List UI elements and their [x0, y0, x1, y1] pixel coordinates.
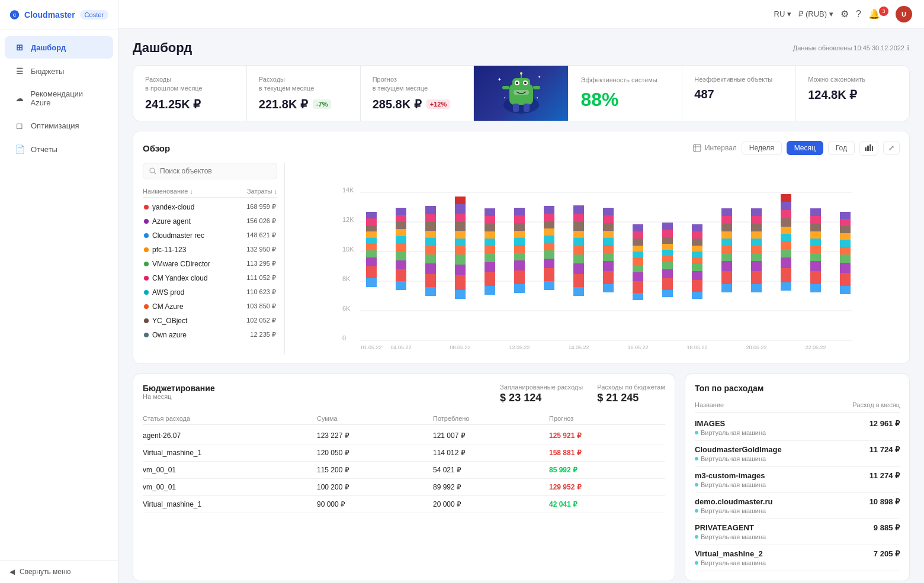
search-box[interactable]: [143, 163, 277, 179]
object-color-dot: [144, 333, 149, 337]
sidebar-item-reports[interactable]: 📄 Отчеты: [5, 138, 113, 160]
svg-rect-139: [633, 272, 643, 281]
budget-amounts: Запланированные расходы $ 23 124 Расходы…: [500, 384, 665, 404]
svg-rect-175: [721, 231, 732, 239]
list-item[interactable]: CM Yandex cloud 111 052 ₽: [143, 271, 277, 285]
col-cost-header: Затраты ↓: [247, 188, 277, 195]
interval-icon: [693, 144, 701, 152]
svg-rect-218: [840, 233, 851, 240]
sub-dot-icon: [695, 509, 698, 513]
svg-rect-159: [692, 280, 702, 292]
svg-rect-179: [751, 284, 762, 292]
list-item: CloudmasterGoldImage 11 724 ₽ Виртуальна…: [695, 441, 900, 467]
svg-rect-129: [603, 261, 614, 271]
year-button[interactable]: Год: [828, 141, 855, 155]
svg-point-11: [520, 72, 522, 75]
currency-selector[interactable]: ₽ (RUB) ▾: [798, 9, 833, 18]
svg-rect-68: [425, 238, 436, 246]
budget-row-sum: 115 200 ₽: [317, 466, 433, 474]
expense-sub: Виртуальная машина: [695, 533, 900, 540]
notifications-button[interactable]: 🔔 3: [868, 8, 888, 20]
sidebar-item-dashboard[interactable]: ⊞ Дашборд: [5, 36, 113, 59]
list-item: Virtual_mashine_2 7 205 ₽ Виртуальная ма…: [695, 545, 900, 571]
svg-rect-92: [485, 224, 495, 231]
expense-sub: Виртуальная машина: [695, 481, 900, 488]
expand-button[interactable]: ⤢: [883, 141, 900, 155]
interval-text: Интервал: [705, 144, 737, 152]
chart-type-button[interactable]: [859, 141, 878, 156]
object-cost: 168 959 ₽: [246, 203, 276, 211]
interval-label: Интервал: [693, 144, 737, 152]
search-input[interactable]: [160, 167, 271, 175]
svg-rect-183: [751, 246, 762, 253]
object-name: AWS prod: [144, 288, 184, 297]
info-icon: ℹ: [907, 44, 910, 52]
svg-rect-205: [810, 246, 821, 253]
sidebar: C Cloudmaster Coster ⊞ Дашборд ☰ Бюджеты…: [0, 0, 118, 583]
week-button[interactable]: Неделя: [742, 141, 782, 155]
last-updated-text: Данные обновлены 10:45 30.12.2022: [793, 44, 904, 51]
avatar[interactable]: U: [896, 6, 912, 22]
list-item[interactable]: VMware CDirector 113 295 ₽: [143, 257, 277, 271]
svg-rect-198: [781, 210, 791, 218]
svg-rect-167: [692, 224, 702, 231]
budget-col-consumed: Потреблено: [433, 415, 549, 422]
expense-cost: 11 724 ₽: [870, 445, 900, 454]
stat-label: Расходыв текущем месяце: [259, 75, 348, 94]
svg-rect-152: [662, 256, 673, 262]
svg-rect-100: [514, 238, 525, 245]
list-item[interactable]: Own azure 12 235 ₽: [143, 328, 277, 342]
expense-cost: 12 961 ₽: [870, 419, 900, 428]
robot-illustration: ✦ ✦ ✦ ✦: [474, 66, 568, 121]
svg-text:16.05.22: 16.05.22: [627, 344, 648, 350]
svg-rect-130: [603, 253, 614, 261]
actual-label: Расходы по бюджетам: [597, 384, 665, 391]
svg-rect-156: [662, 230, 673, 237]
svg-rect-101: [514, 231, 525, 238]
svg-rect-48: [366, 225, 377, 231]
month-button[interactable]: Месяц: [787, 141, 823, 155]
currency-label: ₽ (RUB): [798, 9, 827, 18]
svg-rect-171: [721, 261, 732, 271]
sidebar-item-budgets[interactable]: ☰ Бюджеты: [5, 60, 113, 82]
svg-rect-182: [751, 253, 762, 261]
stat-amount: 124.8K ₽: [808, 88, 857, 102]
svg-rect-79: [455, 231, 466, 239]
object-color-dot: [144, 318, 149, 323]
list-item[interactable]: CM Azure 103 850 ₽: [143, 299, 277, 314]
object-color-dot: [144, 233, 149, 238]
svg-rect-74: [455, 275, 466, 290]
budget-col-forecast: Прогноз: [549, 415, 665, 422]
budget-row-name: Virtual_mashine_1: [143, 500, 317, 508]
svg-rect-76: [455, 255, 466, 265]
budget-row-consumed: 54 021 ₽: [433, 466, 549, 474]
sidebar-item-azure[interactable]: ☁ Рекомендации Azure: [5, 83, 113, 113]
svg-rect-221: [840, 212, 851, 219]
list-item[interactable]: Cloudmaster rec 148 621 ₽: [143, 228, 277, 243]
sidebar-item-optimization[interactable]: ◻ Оптимизация: [5, 114, 113, 137]
list-item[interactable]: AWS prod 110 623 ₽: [143, 285, 277, 299]
planned-label: Запланированные расходы: [500, 384, 583, 391]
expense-name: PRIVATEAGENT: [695, 523, 754, 532]
table-row: vm_00_01 115 200 ₽ 54 021 ₽ 85 992 ₽: [143, 462, 665, 479]
language-selector[interactable]: RU ▾: [774, 9, 792, 18]
budget-title-area: Бюджетирование На месяц: [143, 384, 215, 400]
svg-rect-219: [840, 226, 851, 233]
list-item[interactable]: Azure agent 156 026 ₽: [143, 214, 277, 228]
sidebar-collapse-button[interactable]: ◀ Свернуть меню: [0, 560, 118, 583]
budget-rows: agent-26.07 123 227 ₽ 121 007 ₽ 125 921 …: [143, 427, 665, 513]
settings-button[interactable]: ⚙: [840, 8, 849, 20]
svg-rect-143: [633, 246, 643, 252]
budgets-icon: ☰: [14, 66, 25, 76]
budget-row-sum: 90 000 ₽: [317, 500, 433, 508]
svg-rect-191: [781, 268, 791, 282]
list-item[interactable]: yandex-cloud 168 959 ₽: [143, 200, 277, 214]
sidebar-item-label: Дашборд: [31, 43, 66, 52]
list-item[interactable]: YC_OBject 102 052 ₽: [143, 314, 277, 328]
object-color-dot: [144, 276, 149, 281]
svg-text:6K: 6K: [342, 305, 351, 312]
help-button[interactable]: ?: [856, 9, 861, 20]
stat-amount: 285.8K ₽: [373, 97, 422, 111]
list-item[interactable]: pfc-11-123 132 950 ₽: [143, 243, 277, 257]
svg-rect-80: [455, 222, 466, 231]
